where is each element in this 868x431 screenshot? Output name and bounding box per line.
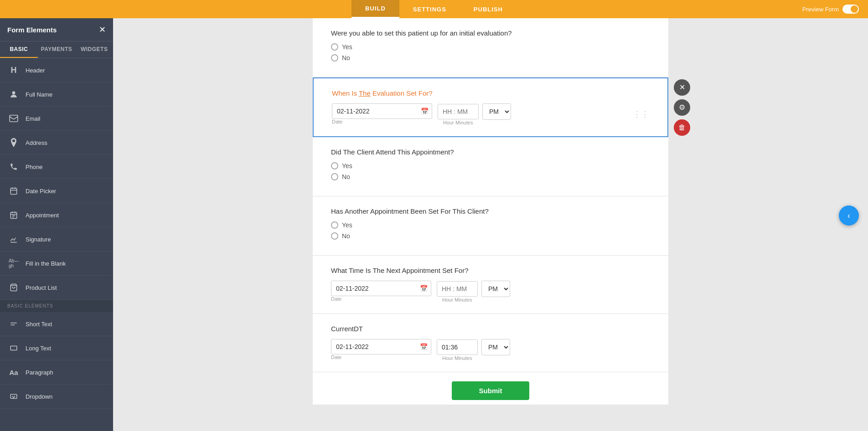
calendar-icon-currentdt[interactable]: 📅 bbox=[420, 343, 428, 350]
section-currentdt: CurrentDT 📅 Date PM bbox=[313, 314, 668, 372]
time-hhmm-currentdt[interactable] bbox=[437, 339, 478, 355]
tab-build[interactable]: BUILD bbox=[351, 0, 399, 18]
card-actions-eval: ✕ ⚙ 🗑 bbox=[674, 79, 690, 136]
time-hhmm-eval[interactable] bbox=[438, 104, 479, 119]
submit-button[interactable]: Submit bbox=[452, 381, 530, 400]
sidebar-item-phone-label: Phone bbox=[26, 164, 43, 170]
time-inputs-next-appt: PM AM bbox=[437, 281, 510, 297]
gear-section-btn[interactable]: ⚙ bbox=[674, 99, 690, 116]
sidebar-item-fillinblank[interactable]: Ab—gh Fill in the Blank bbox=[0, 251, 113, 276]
top-nav: BUILD SETTINGS PUBLISH Preview Form bbox=[0, 0, 868, 18]
address-icon bbox=[7, 136, 20, 149]
fillinblank-icon: Ab—gh bbox=[7, 257, 20, 270]
sidebar-title: Form Elements bbox=[7, 26, 57, 34]
preview-toggle-switch[interactable] bbox=[842, 5, 859, 14]
date-input-next-appt[interactable] bbox=[331, 281, 431, 296]
sidebar-item-fullname[interactable]: Full Name bbox=[0, 82, 113, 107]
question-initial-eval: Were you able to set this patient up for… bbox=[331, 29, 650, 37]
section-next-appt-time: What Time Is The Next Appointment Set Fo… bbox=[313, 256, 668, 314]
date-label-currentdt: Date bbox=[331, 354, 431, 360]
ampm-select-next-appt[interactable]: PM AM bbox=[481, 281, 510, 297]
sidebar-item-signature[interactable]: Signature bbox=[0, 227, 113, 251]
svg-rect-1 bbox=[10, 115, 18, 122]
main-layout: Form Elements ✕ BASIC PAYMENTS WIDGETS H… bbox=[0, 18, 868, 431]
close-section-btn[interactable]: ✕ bbox=[674, 79, 690, 96]
section-initial-eval: Were you able to set this patient up for… bbox=[313, 18, 668, 77]
radio-yes-initial-eval[interactable]: Yes bbox=[331, 43, 650, 51]
question-another-appt: Has Another Appointment Been Set For Thi… bbox=[331, 207, 650, 215]
sidebar-item-paragraph[interactable]: Aa Paragraph bbox=[0, 360, 113, 385]
sidebar-item-productlist[interactable]: Product List bbox=[0, 276, 113, 300]
radio-no-another-appt[interactable]: No bbox=[331, 232, 650, 240]
radio-circle-no-attend[interactable] bbox=[331, 173, 338, 180]
sidebar-tab-basic[interactable]: BASIC bbox=[0, 41, 38, 58]
ampm-select-currentdt[interactable]: PM AM bbox=[481, 339, 510, 355]
radio-circle-yes-another-appt[interactable] bbox=[331, 221, 338, 229]
sidebar-tabs: BASIC PAYMENTS WIDGETS bbox=[0, 41, 113, 58]
sidebar-item-paragraph-label: Paragraph bbox=[26, 369, 53, 376]
radio-no-attend[interactable]: No bbox=[331, 173, 650, 180]
sidebar-item-appointment[interactable]: Appointment bbox=[0, 203, 113, 227]
radio-circle-no-another-appt[interactable] bbox=[331, 232, 338, 240]
sidebar-item-address[interactable]: Address bbox=[0, 131, 113, 155]
date-label-next-appt: Date bbox=[331, 296, 431, 302]
paragraph-icon: Aa bbox=[7, 366, 20, 379]
datetime-row-eval: 📅 Date PM AM Hour Minutes bbox=[332, 103, 649, 125]
sidebar: Form Elements ✕ BASIC PAYMENTS WIDGETS H… bbox=[0, 18, 113, 431]
sidebar-item-longtext[interactable]: Long Text bbox=[0, 336, 113, 360]
drag-handle-eval[interactable]: ⋮⋮ bbox=[633, 109, 649, 119]
radio-circle-yes-attend[interactable] bbox=[331, 162, 338, 169]
sidebar-item-signature-label: Signature bbox=[26, 236, 51, 243]
date-input-currentdt[interactable] bbox=[331, 339, 431, 354]
back-icon: ‹ bbox=[847, 211, 850, 221]
form-content-area: Were you able to set this patient up for… bbox=[113, 18, 868, 431]
sidebar-item-address-label: Address bbox=[26, 139, 47, 146]
question-evaluation-date: When Is The Evaluation Set For? bbox=[332, 89, 649, 97]
tab-settings[interactable]: SETTINGS bbox=[399, 0, 460, 18]
header-icon: H bbox=[7, 64, 20, 77]
sidebar-item-longtext-label: Long Text bbox=[26, 345, 51, 352]
sidebar-item-email[interactable]: Email bbox=[0, 107, 113, 131]
radio-circle-no[interactable] bbox=[331, 54, 338, 62]
nav-tabs: BUILD SETTINGS PUBLISH bbox=[351, 0, 517, 18]
radio-yes-another-appt-label: Yes bbox=[342, 221, 352, 229]
tab-publish[interactable]: PUBLISH bbox=[460, 0, 517, 18]
sidebar-item-header[interactable]: H Header bbox=[0, 58, 113, 82]
ampm-select-eval[interactable]: PM AM bbox=[482, 103, 511, 120]
section-another-appt: Has Another Appointment Been Set For Thi… bbox=[313, 196, 668, 256]
radio-yes-attend[interactable]: Yes bbox=[331, 162, 650, 169]
time-label-eval: Hour Minutes bbox=[443, 120, 511, 125]
time-label-next-appt: Hour Minutes bbox=[442, 297, 510, 303]
float-back-button[interactable]: ‹ bbox=[839, 205, 859, 226]
sidebar-item-dropdown[interactable]: Dropdown bbox=[0, 385, 113, 409]
date-input-wrap-next-appt: 📅 bbox=[331, 281, 431, 296]
sidebar-tab-widgets[interactable]: WIDGETS bbox=[75, 41, 113, 58]
date-input-eval[interactable] bbox=[332, 103, 432, 119]
radio-yes-attend-label: Yes bbox=[342, 162, 352, 169]
sidebar-items-list: H Header Full Name Email bbox=[0, 58, 113, 431]
sidebar-item-shorttext[interactable]: Short Text bbox=[0, 312, 113, 336]
appointment-icon bbox=[7, 209, 20, 221]
radio-no-label: No bbox=[342, 54, 350, 62]
time-inputs-currentdt: PM AM bbox=[437, 339, 510, 355]
preview-form-toggle: Preview Form bbox=[802, 5, 859, 14]
time-label-currentdt: Hour Minutes bbox=[442, 355, 510, 361]
dropdown-icon bbox=[7, 390, 20, 403]
sidebar-item-datepicker[interactable]: Date Picker bbox=[0, 179, 113, 203]
date-input-wrap-eval: 📅 bbox=[332, 103, 432, 119]
sidebar-tab-payments[interactable]: PAYMENTS bbox=[38, 41, 76, 58]
question-next-appt-time: What Time Is The Next Appointment Set Fo… bbox=[331, 267, 650, 274]
radio-group-attend: Yes No bbox=[331, 162, 650, 180]
time-hhmm-next-appt[interactable] bbox=[437, 281, 478, 297]
radio-no-initial-eval[interactable]: No bbox=[331, 54, 650, 62]
radio-yes-another-appt[interactable]: Yes bbox=[331, 221, 650, 229]
question-currentdt: CurrentDT bbox=[331, 325, 650, 333]
sidebar-item-phone[interactable]: Phone bbox=[0, 155, 113, 179]
sidebar-close-icon[interactable]: ✕ bbox=[99, 25, 106, 35]
calendar-icon-eval[interactable]: 📅 bbox=[421, 108, 429, 115]
shorttext-icon bbox=[7, 318, 20, 330]
radio-circle-yes[interactable] bbox=[331, 43, 338, 51]
delete-section-btn[interactable]: 🗑 bbox=[674, 119, 690, 136]
calendar-icon-next-appt[interactable]: 📅 bbox=[420, 285, 428, 292]
sidebar-item-datepicker-label: Date Picker bbox=[26, 188, 56, 195]
